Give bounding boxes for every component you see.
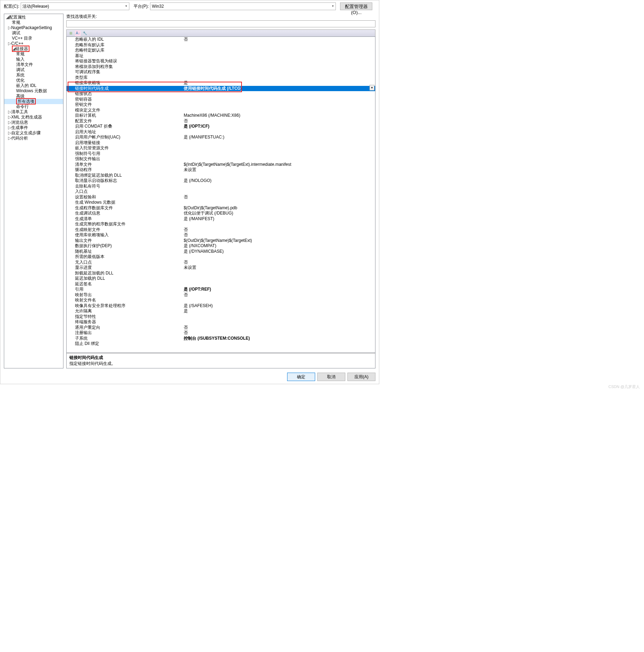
expand-icon[interactable]: ▷: [8, 25, 11, 30]
property-row[interactable]: 基址: [67, 53, 375, 59]
property-row[interactable]: 取消显示启动版权标志是 (/NOLOGO): [67, 178, 375, 184]
tree-item[interactable]: Windows 元数据: [4, 88, 63, 94]
property-row[interactable]: 启用 COMDAT 折叠是 (/OPT:ICF): [67, 124, 375, 129]
tree-item[interactable]: 系统: [4, 73, 63, 78]
property-row[interactable]: 取消绑定延迟加载的 DLL: [67, 173, 375, 178]
collapse-icon[interactable]: ◢: [12, 46, 15, 52]
property-value[interactable]: $(OutDir)$(TargetName).pdb: [184, 205, 375, 211]
property-row[interactable]: 启用大地址: [67, 129, 375, 135]
property-value[interactable]: 是 (/OPT:REF): [184, 287, 375, 292]
property-row[interactable]: 指定节特性: [67, 314, 375, 320]
property-value[interactable]: 是 (/OPT:ICF): [184, 124, 375, 129]
property-row[interactable]: 无入口点否: [67, 260, 375, 265]
property-value[interactable]: 未设置: [184, 167, 375, 173]
property-value[interactable]: 使用链接时间代码生成 (/LTCG): [184, 86, 375, 91]
property-row[interactable]: 生成映射文件否: [67, 227, 375, 233]
tree-item[interactable]: 常规: [4, 20, 63, 25]
property-value[interactable]: 否: [184, 118, 375, 124]
property-row[interactable]: 将链接器警告视为错误: [67, 59, 375, 64]
apply-button[interactable]: 应用(A): [347, 373, 375, 381]
property-value[interactable]: 是 (/DYNAMICBASE): [184, 249, 375, 254]
expand-icon[interactable]: ▷: [8, 125, 11, 130]
categorized-icon[interactable]: ⊞: [68, 30, 74, 36]
property-value[interactable]: [184, 173, 375, 178]
property-value[interactable]: [184, 145, 375, 151]
tree-item[interactable]: ▷清单工具: [4, 109, 63, 115]
property-value[interactable]: 否: [184, 292, 375, 298]
property-value[interactable]: 否: [184, 325, 375, 331]
property-value[interactable]: [184, 200, 375, 205]
sort-az-icon[interactable]: A↓: [75, 30, 81, 36]
property-row[interactable]: 引用是 (/OPT:REF): [67, 287, 375, 292]
property-row[interactable]: 生成清单是 (/MANIFEST): [67, 216, 375, 222]
property-value[interactable]: [184, 42, 375, 48]
property-value[interactable]: 是 (/MANIFEST): [184, 216, 375, 222]
property-row[interactable]: 忽略嵌入的 IDL否: [67, 37, 375, 42]
tree-item[interactable]: 调试: [4, 67, 63, 73]
property-row[interactable]: 密钥文件: [67, 102, 375, 108]
search-input[interactable]: [66, 20, 375, 27]
tree-item-linker[interactable]: ◢链接器: [4, 46, 63, 52]
property-value[interactable]: 是 (/SAFESEH): [184, 303, 375, 309]
property-value[interactable]: [184, 276, 375, 281]
property-value[interactable]: [184, 319, 375, 325]
config-dropdown[interactable]: 活动(Release) ▼: [21, 2, 129, 10]
tree-item[interactable]: ▷浏览信息: [4, 120, 63, 125]
property-value[interactable]: $(OutDir)$(TargetName)$(TargetExt): [184, 238, 375, 244]
property-value[interactable]: 否: [184, 232, 375, 238]
tree-item[interactable]: ▷XML 文档生成器: [4, 115, 63, 120]
expand-icon[interactable]: ▷: [8, 136, 11, 141]
property-value[interactable]: 否: [184, 330, 375, 336]
property-row[interactable]: 将模块添加到程序集: [67, 64, 375, 70]
property-row[interactable]: 驱动程序未设置: [67, 167, 375, 173]
property-row[interactable]: 入口点: [67, 189, 375, 195]
property-value[interactable]: [184, 281, 375, 287]
cancel-button[interactable]: 取消: [317, 373, 345, 381]
property-row[interactable]: 忽略特定默认库: [67, 48, 375, 53]
tree-item-all-options[interactable]: 所有选项: [4, 99, 63, 104]
tree-item[interactable]: ▷自定义生成步骤: [4, 130, 63, 136]
property-row[interactable]: 卸载延迟加载的 DLL: [67, 271, 375, 276]
expand-icon[interactable]: ▷: [8, 120, 11, 125]
property-value[interactable]: [184, 48, 375, 53]
property-row[interactable]: 阻止 Dll 绑定: [67, 341, 375, 347]
platform-dropdown[interactable]: Win32 ▼: [150, 2, 336, 10]
property-row[interactable]: 显示进度未设置: [67, 265, 375, 271]
property-value[interactable]: $(IntDir)$(TargetName)$(TargetExt).inter…: [184, 162, 375, 168]
tree-item[interactable]: ▷NugetPackageSetting: [4, 25, 63, 30]
wrench-icon[interactable]: 🔧: [82, 30, 88, 36]
property-value[interactable]: [184, 59, 375, 64]
ok-button[interactable]: 确定: [287, 373, 315, 381]
property-row[interactable]: 所需的最低版本: [67, 254, 375, 260]
property-row[interactable]: 链接时间代码生成使用链接时间代码生成 (/LTCG): [67, 86, 375, 91]
property-row[interactable]: 生成完整的程序数据库文件: [67, 222, 375, 227]
property-value[interactable]: MachineX86 (/MACHINE:X86): [184, 113, 375, 118]
property-row[interactable]: 嵌入托管资源文件: [67, 145, 375, 151]
property-row[interactable]: 启用用户帐户控制(UAC)是 (/MANIFESTUAC:): [67, 135, 375, 140]
property-row[interactable]: 启用增量链接: [67, 140, 375, 146]
expand-icon[interactable]: ▷: [8, 109, 11, 115]
property-row[interactable]: 设置校验和否: [67, 195, 375, 200]
property-row[interactable]: 数据执行保护(DEP)是 (/NXCOMPAT): [67, 243, 375, 249]
property-value[interactable]: 否: [184, 37, 375, 42]
property-grid[interactable]: ▼ 忽略嵌入的 IDL否忽略所有默认库忽略特定默认库基址将链接器警告视为错误将模…: [66, 36, 375, 353]
tree-item[interactable]: 优化: [4, 78, 63, 83]
property-value[interactable]: [184, 341, 375, 347]
property-row[interactable]: 延迟加载的 DLL: [67, 276, 375, 281]
property-value[interactable]: 是: [184, 308, 375, 314]
property-row[interactable]: 注册输出否: [67, 330, 375, 336]
property-value[interactable]: [184, 91, 375, 97]
property-row[interactable]: 映射文件名: [67, 298, 375, 303]
property-value[interactable]: [184, 75, 375, 81]
tree-item[interactable]: 命令行: [4, 104, 63, 109]
property-row[interactable]: 延迟签名: [67, 281, 375, 287]
property-value[interactable]: 是 (/MANIFESTUAC:): [184, 135, 375, 140]
property-value[interactable]: [184, 184, 375, 189]
property-row[interactable]: 强制符号引用: [67, 151, 375, 157]
property-value[interactable]: 否: [184, 227, 375, 233]
tree-item[interactable]: VC++ 目录: [4, 36, 63, 41]
property-value[interactable]: 否: [184, 260, 375, 265]
property-row[interactable]: 链接库依赖项是: [67, 80, 375, 86]
property-row[interactable]: 逐用户重定向否: [67, 325, 375, 331]
property-row[interactable]: 密钥容器: [67, 97, 375, 102]
